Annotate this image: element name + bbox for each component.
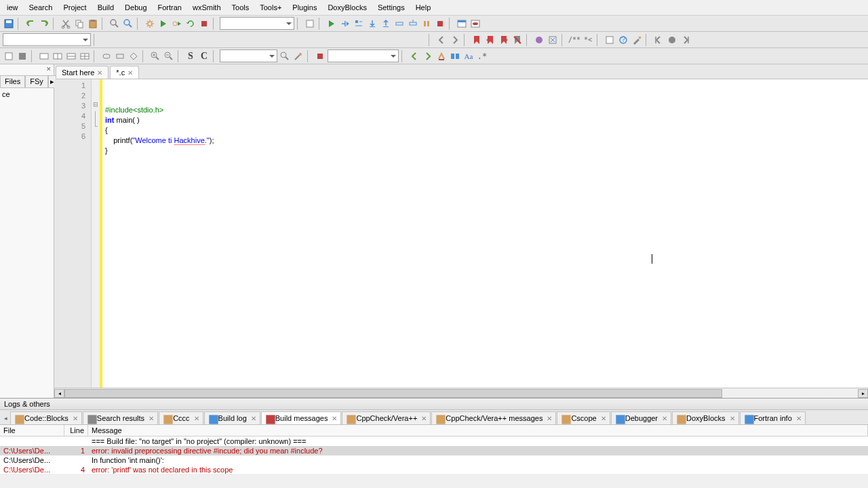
tab-close-icon[interactable]: ✕ <box>194 415 199 422</box>
layout1-icon[interactable] <box>38 50 50 62</box>
next-line-icon[interactable] <box>353 18 365 30</box>
build-run-icon[interactable] <box>171 18 183 30</box>
log-row[interactable]: C:\Users\De...In function 'int main()': <box>0 455 868 465</box>
paste-icon[interactable] <box>87 18 99 30</box>
doxy-html-icon[interactable] <box>604 34 616 46</box>
sidebar-tab-fsy[interactable]: FSy <box>25 75 48 87</box>
doxy-config-icon[interactable] <box>631 34 643 46</box>
tab-close-icon[interactable]: ✕ <box>601 415 606 422</box>
menu-fortran[interactable]: Fortran <box>154 2 186 13</box>
step-out-icon[interactable] <box>380 18 392 30</box>
tab-close-icon[interactable]: ✕ <box>127 69 133 77</box>
highlight-icon[interactable] <box>435 50 448 62</box>
cut-icon[interactable] <box>60 18 72 30</box>
regex-icon[interactable]: .* <box>476 50 488 62</box>
forward-icon[interactable] <box>449 34 461 46</box>
last-jump-icon[interactable] <box>666 34 678 46</box>
prev-icon[interactable] <box>408 50 420 62</box>
log-tab-cscope[interactable]: Cscope✕ <box>557 411 610 424</box>
editor-tab-file[interactable]: *.c ✕ <box>110 66 139 79</box>
menu-view[interactable]: iew <box>3 2 22 13</box>
c-icon[interactable]: C <box>198 50 210 62</box>
bookmark-toggle-icon[interactable] <box>471 34 483 46</box>
abort-icon[interactable] <box>198 18 210 30</box>
menu-settings[interactable]: Settings <box>374 2 409 13</box>
horizontal-scrollbar[interactable]: ◂ ▸ <box>54 388 868 398</box>
code-editor[interactable]: 123456 ⊟ #include<stdio.h>int main( ){ p… <box>54 79 868 388</box>
find-symbol-icon[interactable] <box>279 50 291 62</box>
scroll-left-icon[interactable]: ◂ <box>54 389 64 398</box>
next-instr-icon[interactable] <box>393 18 406 30</box>
menu-doxyblocks[interactable]: DoxyBlocks <box>323 2 370 13</box>
tab-close-icon[interactable]: ✕ <box>149 415 154 422</box>
scope-combo[interactable] <box>3 33 91 46</box>
scroll-thumb[interactable] <box>64 389 722 398</box>
log-tab-fortran-info[interactable]: Fortran info✕ <box>740 411 806 424</box>
menu-help[interactable]: Help <box>412 2 435 13</box>
sidebar-close-icon[interactable]: ✕ <box>45 66 52 73</box>
clear-icon[interactable] <box>314 50 326 62</box>
step-into-icon[interactable] <box>366 18 378 30</box>
tab-close-icon[interactable]: ✕ <box>796 415 802 422</box>
stop-debug-icon[interactable] <box>434 18 446 30</box>
menu-tools[interactable]: Tools <box>228 2 254 13</box>
tab-close-icon[interactable]: ✕ <box>547 415 552 422</box>
log-row[interactable]: C:\Users\De...1error: invalid preprocess… <box>0 446 868 455</box>
undo-icon[interactable] <box>24 18 37 30</box>
info-icon[interactable] <box>469 18 481 30</box>
bookmark-prev-icon[interactable] <box>484 34 496 46</box>
layout2-icon[interactable] <box>52 50 64 62</box>
layout3-icon[interactable] <box>65 50 77 62</box>
opts-icon[interactable] <box>292 50 304 62</box>
log-tab-build-messages[interactable]: Build messages✕ <box>261 411 342 424</box>
aa-icon[interactable]: Aa <box>462 50 475 62</box>
menu-project[interactable]: Project <box>59 2 90 13</box>
find-icon[interactable] <box>108 18 121 30</box>
menu-debug[interactable]: Debug <box>121 2 151 13</box>
log-tab-cppcheck-vera-messages[interactable]: CppCheck/Vera++ messages✕ <box>431 411 556 424</box>
log-tab-build-log[interactable]: Build log✕ <box>204 411 260 424</box>
save-icon[interactable] <box>3 18 15 30</box>
tab-close-icon[interactable]: ✕ <box>662 415 667 422</box>
gear-icon[interactable] <box>144 18 156 30</box>
log-row[interactable]: C:\Users\De...4error: 'printf' was not d… <box>0 465 868 474</box>
next-icon[interactable] <box>422 50 434 62</box>
log-tab-code-blocks[interactable]: Code::Blocks✕ <box>10 411 82 424</box>
fold-column[interactable]: ⊟ <box>92 79 100 388</box>
debug-windows-icon[interactable] <box>456 18 468 30</box>
menu-plugins[interactable]: Plugins <box>288 2 321 13</box>
doxy-wizard-icon[interactable] <box>547 34 559 46</box>
log-row[interactable]: === Build file: "no target" in "no proje… <box>0 436 868 446</box>
menu-wxsmith[interactable]: wxSmith <box>189 2 225 13</box>
code-text[interactable]: #include<stdio.h>int main( ){ printf("We… <box>102 79 868 388</box>
break-icon[interactable] <box>420 18 433 30</box>
jump-back-icon[interactable] <box>652 34 665 46</box>
debug-run-icon[interactable] <box>326 18 338 30</box>
build-target-combo[interactable] <box>220 17 294 30</box>
menu-build[interactable]: Build <box>94 2 118 13</box>
layout4-icon[interactable] <box>79 50 91 62</box>
col-file[interactable]: File <box>0 425 64 436</box>
doxy-run-icon[interactable] <box>533 34 545 46</box>
redo-icon[interactable] <box>38 18 50 30</box>
scroll-right-icon[interactable]: ▸ <box>858 389 868 398</box>
toggle-source-icon[interactable] <box>304 18 316 30</box>
log-tab-cccc[interactable]: Cccc✕ <box>159 411 203 424</box>
tab-close-icon[interactable]: ✕ <box>97 69 102 77</box>
editor-tab-start[interactable]: Start here ✕ <box>56 66 108 79</box>
log-tab-search-results[interactable]: Search results✕ <box>83 411 158 424</box>
tab-close-icon[interactable]: ✕ <box>251 415 256 422</box>
tab-close-icon[interactable]: ✕ <box>730 415 735 422</box>
bookmark-next-icon[interactable] <box>498 34 510 46</box>
sel2-icon[interactable] <box>16 50 28 62</box>
s-icon[interactable]: S <box>184 50 197 62</box>
back-icon[interactable] <box>435 34 448 46</box>
match-case-icon[interactable] <box>449 50 461 62</box>
symbol-combo[interactable] <box>220 49 277 62</box>
tab-close-icon[interactable]: ✕ <box>332 415 337 422</box>
search-combo[interactable] <box>328 49 399 62</box>
menu-search[interactable]: Search <box>25 2 57 13</box>
copy-icon[interactable] <box>73 18 85 30</box>
step-instr-icon[interactable] <box>407 18 419 30</box>
rebuild-icon[interactable] <box>184 18 197 30</box>
